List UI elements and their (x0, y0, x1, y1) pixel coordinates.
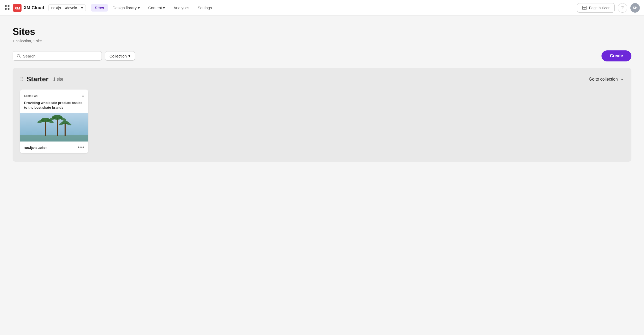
nav-item-settings[interactable]: Settings (194, 4, 215, 12)
chevron-down-icon: ▾ (138, 6, 140, 10)
page-builder-icon (582, 6, 587, 10)
page-title: Sites (13, 26, 631, 37)
site-card-footer: nextjs-starter ••• (20, 142, 88, 153)
collection-section: ⠿ Starter 1 site Go to collection → Skat… (13, 68, 631, 162)
site-preview-text: Providing wholesale product basics to th… (24, 101, 84, 110)
create-button[interactable]: Create (601, 50, 631, 61)
svg-rect-17 (57, 118, 58, 136)
site-preview-menu-icon: ≡ (82, 94, 84, 98)
svg-line-10 (20, 57, 20, 57)
drag-handle-icon[interactable]: ⠿ (20, 76, 23, 82)
grid-icon[interactable] (4, 4, 10, 11)
site-card-preview-inner: Skate Park ≡ Providing wholesale product… (20, 90, 88, 110)
search-icon (17, 54, 21, 58)
nav-item-content[interactable]: Content ▾ (145, 4, 169, 12)
site-card-name: nextjs-starter (24, 145, 47, 150)
topbar: XM XM Cloud nextjs-.../develo... ▾ Sites… (0, 0, 644, 16)
logo-text: XM Cloud (24, 5, 44, 11)
svg-rect-0 (5, 5, 7, 7)
svg-rect-3 (8, 8, 9, 10)
chevron-down-icon: ▾ (128, 54, 130, 58)
svg-rect-13 (45, 121, 46, 136)
nav-item-analytics[interactable]: Analytics (170, 4, 193, 12)
collection-count: 1 site (53, 77, 63, 82)
site-card-menu-button[interactable]: ••• (78, 145, 85, 150)
svg-rect-2 (5, 8, 7, 10)
site-preview-image (20, 113, 88, 142)
project-dropdown[interactable]: nextjs-.../develo... ▾ (48, 4, 86, 11)
collection-title-area: ⠿ Starter 1 site (20, 75, 63, 83)
toolbar: Collection ▾ Create (13, 50, 631, 61)
search-input[interactable] (23, 54, 98, 58)
project-chevron-icon: ▾ (81, 6, 83, 10)
svg-point-9 (17, 54, 20, 57)
site-card[interactable]: Skate Park ≡ Providing wholesale product… (20, 90, 88, 153)
help-button[interactable]: ? (618, 3, 627, 13)
avatar[interactable]: SH (630, 3, 640, 13)
page-builder-button[interactable]: Page builder (577, 3, 615, 13)
site-card-preview-header: Skate Park ≡ (24, 94, 84, 98)
page-subtitle: 1 collection, 1 site (13, 39, 631, 43)
svg-rect-6 (583, 6, 586, 10)
project-label: nextjs-.../develo... (51, 6, 80, 10)
logo[interactable]: XM XM Cloud (13, 4, 44, 12)
site-preview-label: Skate Park (24, 94, 38, 97)
nav-item-design-library[interactable]: Design library ▾ (109, 4, 144, 12)
site-cards-container: Skate Park ≡ Providing wholesale product… (20, 90, 624, 153)
search-box[interactable] (13, 51, 102, 61)
topbar-right: Page builder ? SH (577, 3, 640, 13)
svg-rect-21 (65, 123, 66, 136)
svg-rect-12 (20, 135, 88, 142)
main-content: Sites 1 collection, 1 site Collection ▾ … (0, 16, 644, 172)
site-card-preview: Skate Park ≡ Providing wholesale product… (20, 90, 88, 142)
chevron-down-icon: ▾ (163, 6, 165, 10)
collection-name: Starter (27, 75, 49, 83)
topbar-nav: Sites Design library ▾ Content ▾ Analyti… (91, 4, 575, 12)
arrow-right-icon: → (620, 77, 624, 82)
go-to-collection-link[interactable]: Go to collection → (589, 77, 624, 82)
svg-text:XM: XM (15, 6, 20, 10)
collection-header: ⠿ Starter 1 site Go to collection → (20, 75, 624, 83)
collection-filter-dropdown[interactable]: Collection ▾ (105, 51, 135, 61)
svg-rect-1 (8, 5, 9, 7)
nav-item-sites[interactable]: Sites (91, 4, 108, 12)
